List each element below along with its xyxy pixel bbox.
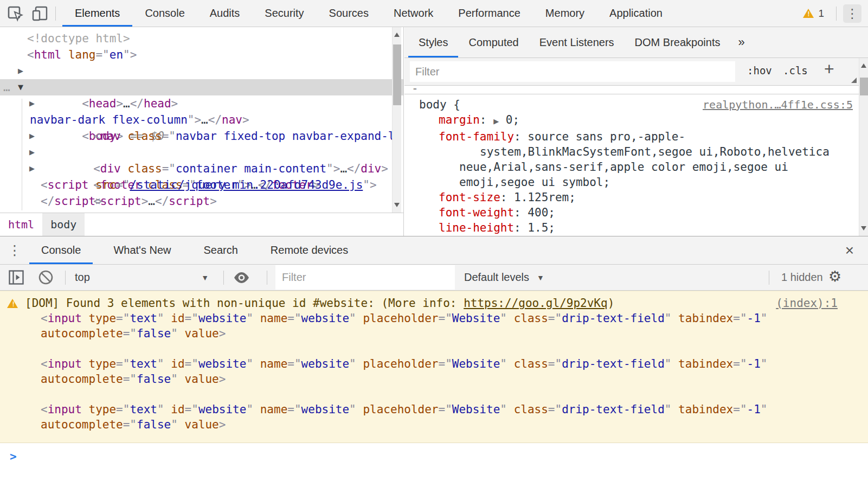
expand-arrow-icon[interactable]: ▶ — [28, 144, 36, 161]
console-prompt[interactable]: > — [0, 443, 868, 463]
breadcrumb-body[interactable]: body — [42, 213, 85, 236]
css-selector-line[interactable]: body { realpython.…4ff1e.css:5 — [419, 97, 868, 112]
tab-performance[interactable]: Performance — [446, 0, 533, 27]
dom-row-body-selected[interactable]: … ▼ <body> == $0 — [0, 79, 403, 95]
tab-computed[interactable]: Computed — [458, 27, 529, 57]
log-levels-select[interactable]: Default levels ▼ — [464, 265, 544, 290]
console-settings-gear-icon[interactable]: ⚙ — [828, 268, 841, 285]
css-value-wrap[interactable]: neue,Arial,sans-serif,apple color emoji,… — [419, 159, 868, 175]
tab-audits[interactable]: Audits — [197, 0, 253, 27]
drawer-menu-icon[interactable]: ⋮ — [0, 236, 29, 264]
tab-application[interactable]: Application — [597, 0, 675, 27]
dom-row-html[interactable]: <html lang="en"> — [0, 47, 403, 63]
scroll-up-arrow[interactable] — [859, 59, 868, 72]
tab-elements[interactable]: Elements — [62, 0, 132, 27]
console-toolbar: top ▼ Default levels ▼ 1 hidden ⚙ — [0, 265, 868, 291]
dom-row-script[interactable]: ▶ <script>…</script> — [0, 161, 403, 177]
close-drawer-button[interactable]: × — [838, 236, 861, 264]
create-live-expression-icon[interactable] — [233, 272, 250, 286]
styles-scrollbar[interactable] — [859, 58, 868, 236]
javascript-context-select[interactable]: top ▼ — [75, 265, 213, 290]
element-preview[interactable]: <input type="text" id="website" name="we… — [0, 311, 868, 341]
breadcrumb: html body — [0, 213, 403, 236]
expand-arrow-icon[interactable]: ▶ — [28, 161, 36, 177]
css-property-line-height[interactable]: line-height: 1.5; — [419, 220, 868, 235]
tab-memory[interactable]: Memory — [533, 0, 597, 27]
scrollbar-thumb[interactable] — [393, 44, 401, 105]
inspect-element-icon[interactable] — [7, 5, 24, 22]
context-label: top — [75, 271, 90, 284]
elements-scrollbar[interactable] — [392, 27, 401, 213]
drawer-tab-console[interactable]: Console — [29, 236, 93, 264]
drawer-tab-remote-devices[interactable]: Remote devices — [259, 236, 360, 264]
hover-dots-icon[interactable]: … — [3, 79, 10, 95]
styles-panel: Styles Computed Event Listeners DOM Brea… — [404, 27, 868, 236]
css-value-wrap[interactable]: system,BlinkMacSystemFont,segoe ui,Robot… — [419, 144, 868, 159]
scroll-down-arrow[interactable] — [859, 222, 868, 235]
stylesheet-source-link[interactable]: realpython.…4ff1e.css:5 — [703, 97, 853, 112]
tab-styles[interactable]: Styles — [408, 27, 458, 57]
css-property-font-weight[interactable]: font-weight: 400; — [419, 205, 868, 220]
css-property-font-size[interactable]: font-size: 1.125rem; — [419, 190, 868, 205]
expand-arrow-icon[interactable]: ▶ — [28, 128, 36, 144]
new-style-rule-button[interactable]: + — [824, 59, 834, 79]
tab-dom-breakpoints[interactable]: DOM Breakpoints — [625, 27, 731, 57]
main-toolbar: Elements Console Audits Security Sources… — [0, 0, 868, 27]
element-preview[interactable]: <input type="text" id="website" name="we… — [0, 402, 868, 432]
dom-row-script-src[interactable]: <script src="/static/jquery.min.220afd74… — [0, 177, 403, 193]
drawer-tab-search[interactable]: Search — [191, 236, 249, 264]
toolbar-divider — [267, 271, 267, 285]
css-property-margin[interactable]: margin: ▶ 0; — [419, 112, 868, 129]
styles-filter-input[interactable] — [410, 61, 735, 82]
element-preview[interactable]: <input type="text" id="website" name="we… — [0, 356, 868, 387]
clipped-rule-row: - — [404, 86, 868, 94]
console-sidebar-icon[interactable] — [9, 270, 24, 287]
chevron-down-icon: ▼ — [537, 273, 544, 282]
dom-row-nav-wrap[interactable]: navbar-dark flex-column">…</nav> — [0, 112, 403, 128]
expand-arrow-icon[interactable]: ▶ — [16, 63, 25, 79]
warning-text[interactable]: [DOM] Found 3 elements with non-unique i… — [25, 296, 614, 311]
tab-console[interactable]: Console — [132, 0, 197, 27]
console-warnings-badge[interactable]: 1 — [803, 8, 824, 20]
console-messages: [DOM] Found 3 elements with non-unique i… — [0, 291, 868, 487]
styles-filter-bar: :hov .cls + — [404, 58, 868, 86]
css-rule-body[interactable]: body { realpython.…4ff1e.css:5 margin: ▶… — [404, 94, 868, 236]
dom-row-doctype[interactable]: <!doctype html> — [0, 30, 403, 47]
element-classes-button[interactable]: .cls — [783, 65, 808, 76]
hidden-messages-count: 1 hidden — [781, 265, 823, 290]
devtools-menu-button[interactable]: ⋮ — [843, 4, 861, 23]
console-warning-message[interactable]: [DOM] Found 3 elements with non-unique i… — [0, 291, 868, 443]
scrollbar-thumb[interactable] — [860, 78, 868, 95]
css-value-wrap[interactable]: emoji,segoe ui symbol; — [419, 175, 868, 190]
dom-row-head[interactable]: ▶ <head>…</head> — [0, 63, 403, 79]
tab-security[interactable]: Security — [252, 0, 316, 27]
device-toolbar-icon[interactable] — [31, 5, 49, 22]
tab-event-listeners[interactable]: Event Listeners — [529, 27, 625, 57]
devtools-window: Elements Console Audits Security Sources… — [0, 0, 868, 487]
toolbar-divider — [65, 271, 66, 285]
warning-count: 1 — [818, 8, 824, 20]
dom-row-footer[interactable]: ▶ <footer class="footer">…</footer> — [0, 144, 403, 161]
dom-row-nav[interactable]: ▶ <nav class="navbar fixed-top navbar-ex… — [0, 95, 403, 112]
dom-tree: <!doctype html> <html lang="en"> ▶ <head… — [0, 27, 403, 213]
more-tabs-icon[interactable]: » — [730, 27, 752, 57]
scroll-down-arrow[interactable] — [393, 198, 402, 212]
expand-arrow-icon[interactable]: ▶ — [28, 95, 36, 112]
dom-row-script-close[interactable]: </script> — [0, 193, 403, 209]
breadcrumb-html[interactable]: html — [0, 213, 42, 236]
dom-row-container-div[interactable]: ▶ <div class="container main-content">…<… — [0, 128, 403, 144]
console-filter-input[interactable] — [275, 265, 455, 290]
tab-sources[interactable]: Sources — [317, 0, 381, 27]
message-source-link[interactable]: (index):1 — [776, 296, 838, 311]
css-property-font-family[interactable]: font-family: source sans pro,-apple- — [419, 129, 868, 144]
pseudo-state-button[interactable]: :hov — [747, 65, 772, 76]
scroll-up-arrow[interactable] — [393, 28, 402, 41]
collapse-arrow-icon[interactable]: ▼ — [16, 79, 25, 95]
panel-tabs: Elements Console Audits Security Sources… — [62, 0, 675, 27]
tab-network[interactable]: Network — [381, 0, 446, 27]
resize-corner-icon — [851, 78, 857, 83]
clear-console-icon[interactable] — [38, 270, 54, 287]
drawer-tab-whats-new[interactable]: What's New — [101, 236, 183, 264]
elements-panel: <!doctype html> <html lang="en"> ▶ <head… — [0, 27, 404, 236]
toolbar-divider — [223, 271, 224, 285]
